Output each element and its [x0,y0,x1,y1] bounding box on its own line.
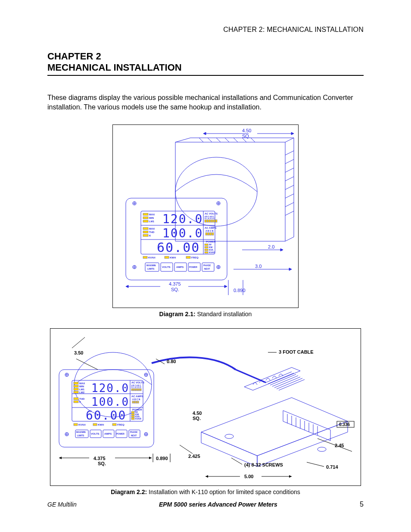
svg-line-153 [231,458,242,464]
svg-rect-98 [140,389,141,391]
label-thd: THD [149,231,155,233]
svg-line-16 [285,177,294,181]
svg-rect-60 [205,252,208,253]
svg-rect-43 [143,220,148,222]
btn-power: POWER [116,432,125,435]
svg-rect-58 [205,246,208,248]
dim-4-375: 4.375 [169,281,181,286]
svg-rect-47 [205,220,206,222]
intro-paragraph: These diagrams display the various possi… [47,93,364,112]
svg-rect-94 [133,389,134,391]
svg-line-8 [216,138,221,142]
svg-rect-109 [112,423,116,426]
svg-line-2 [285,138,294,142]
dim-0-890: 0.890 [234,288,246,293]
label-k: K [79,401,81,403]
btn-amps: AMPS [104,432,112,435]
running-header: CHAPTER 2: MECHANICAL INSTALLATION [47,26,364,34]
svg-rect-93 [131,389,133,391]
svg-rect-95 [135,389,136,391]
svg-line-146 [180,445,193,454]
svg-rect-90 [74,391,78,393]
label-max2: MAX [149,227,155,230]
svg-rect-108 [93,423,97,426]
btn-limits: LIMITS [147,268,155,270]
display-amps: 100.0 [91,395,129,408]
svg-rect-102 [137,401,139,403]
btn-power: POWER [189,266,197,268]
svg-rect-46 [143,234,148,236]
caption-text: Installation with K-110 option for limit… [147,488,300,495]
svg-marker-25 [291,132,294,135]
svg-rect-99 [132,401,134,403]
svg-rect-59 [205,249,208,251]
svg-rect-92 [74,401,78,403]
figure-2-2-svg: MAX MIN LM1 LM2 THD K 120.0 100.0 60.00 … [50,329,361,484]
svg-line-19 [285,202,294,207]
label-amps-top: A B C N [132,398,140,401]
display-power: 60.00 [157,240,200,255]
svg-line-4 [285,237,294,241]
label-ac-volts: AC VOLTS [131,381,144,384]
label-amps-top: A B C N [206,230,214,232]
display-power: 60.00 [86,408,126,423]
page-footer: GE Multilin EPM 5000 series Advanced Pow… [47,501,364,508]
label-kvah: KVAH [148,256,156,259]
svg-rect-53 [206,233,207,235]
btn-maxmin: MAX/MIN [146,264,156,267]
svg-rect-87 [74,382,78,384]
svg-rect-62 [165,256,169,258]
svg-rect-105 [131,416,134,417]
svg-line-18 [285,194,294,198]
svg-rect-54 [208,233,209,235]
label-volts-bot: B C A N N N [205,217,215,219]
label-freq: FREQ [191,256,199,259]
svg-rect-52 [215,220,217,222]
dim-sq-bot: SQ. [171,287,179,292]
svg-rect-103 [131,411,134,413]
btn-next: NEXT [131,434,137,437]
label-min: MIN [79,385,84,388]
svg-line-17 [285,185,294,190]
figure-2-1-svg: 4.50 SQ. 2.0 3.0 [113,125,298,306]
svg-rect-107 [74,423,78,426]
svg-line-14 [285,159,294,164]
btn-phase: PHASE [203,264,211,267]
label-max: MAX [79,382,85,385]
display-volts: 120.0 [162,212,203,226]
dim-4-50: 4.50 [242,128,251,133]
figure-2-1: 4.50 SQ. 2.0 3.0 [47,124,364,317]
label-lm2: LM2 [79,391,85,394]
svg-marker-27 [280,249,283,251]
svg-marker-155 [206,475,208,478]
btn-amps: AMPS [176,266,184,268]
label-ac-volts: AC VOLTS [205,212,218,215]
svg-rect-100 [134,401,135,403]
svg-rect-91 [74,398,78,400]
svg-marker-23 [203,132,206,135]
label-power: POWER [206,240,216,243]
svg-marker-33 [224,285,227,288]
label-max: MAX [149,213,155,216]
btn-volts: VOLTS [162,266,171,268]
caption-label: Diagram 2.1: [159,311,196,317]
figure-2-2-frame: MAX MIN LM1 LM2 THD K 120.0 100.0 60.00 … [50,328,361,486]
label-kwh: KWH [170,256,176,259]
svg-rect-97 [138,389,140,391]
svg-rect-88 [74,385,78,387]
svg-line-20 [285,211,294,215]
svg-line-160 [307,462,324,467]
figure-2-1-caption: Diagram 2.1: Standard installation [47,311,364,317]
label-ac-amps: AC AMPS [131,395,143,398]
dim-3-0: 3.0 [255,264,262,269]
svg-rect-48 [207,220,209,222]
dim-4-375-sq: SQ. [98,461,106,466]
svg-rect-44 [143,227,148,230]
figure-2-1-frame: 4.50 SQ. 2.0 3.0 [112,124,299,308]
svg-rect-63 [186,256,190,258]
svg-rect-49 [209,220,211,222]
svg-marker-130 [283,411,330,441]
label-kvar: KVAR [209,251,215,254]
svg-line-10 [234,138,238,142]
dim-screws: (4) 8-32 SCREWS [244,462,283,467]
